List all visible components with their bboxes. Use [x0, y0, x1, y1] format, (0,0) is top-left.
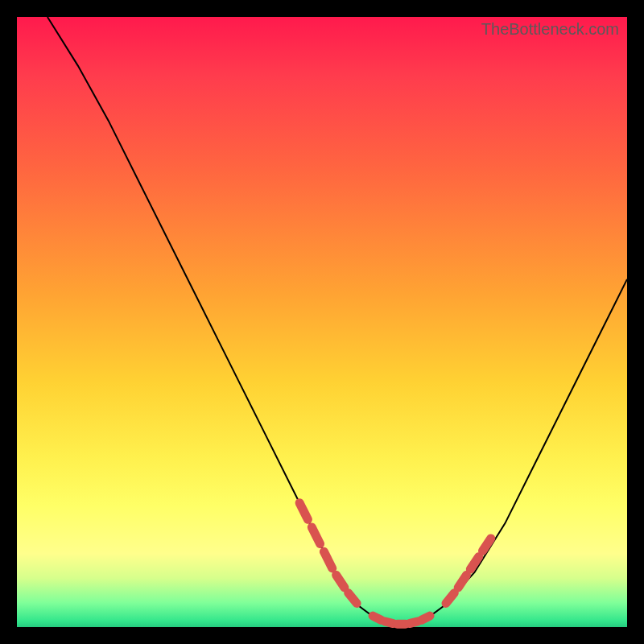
highlight-dash — [349, 593, 357, 604]
chart-svg — [17, 17, 627, 627]
highlight-dash — [446, 593, 454, 604]
highlight-dash — [324, 551, 332, 568]
highlight-dots — [299, 503, 491, 625]
highlight-dash — [422, 616, 430, 620]
highlight-dash — [299, 503, 308, 520]
plot-area: TheBottleneck.com — [17, 17, 627, 627]
highlight-dash — [385, 621, 393, 624]
highlight-dash — [312, 527, 320, 544]
highlight-dash — [373, 616, 381, 620]
watermark-label: TheBottleneck.com — [481, 20, 619, 39]
highlight-dash — [336, 575, 345, 588]
highlight-dash — [458, 575, 466, 588]
highlight-dash — [410, 621, 418, 624]
curve-line — [47, 17, 627, 624]
bottleneck-curve-path — [47, 17, 627, 624]
